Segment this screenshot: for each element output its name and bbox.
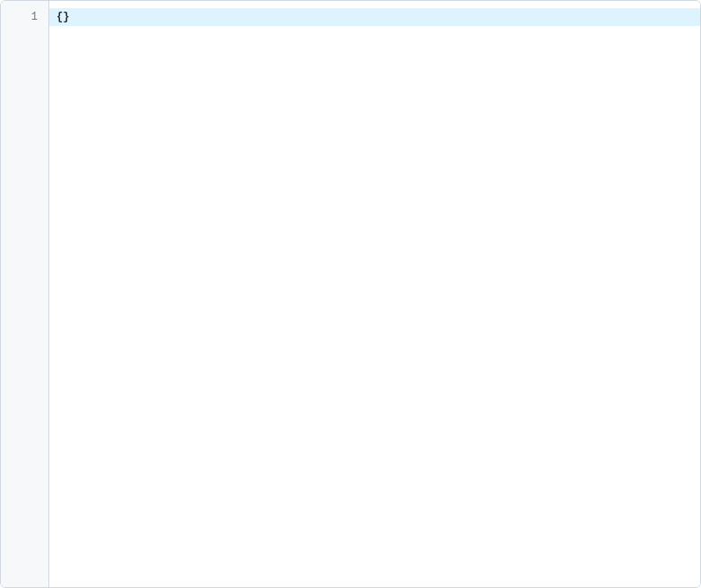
line-number: 1 <box>1 8 48 26</box>
code-content-area[interactable]: {} <box>49 1 700 587</box>
line-number-gutter: 1 <box>1 1 49 587</box>
code-line[interactable]: {} <box>49 8 700 26</box>
code-text: {} <box>56 11 69 23</box>
code-editor[interactable]: 1 {} <box>0 0 701 588</box>
